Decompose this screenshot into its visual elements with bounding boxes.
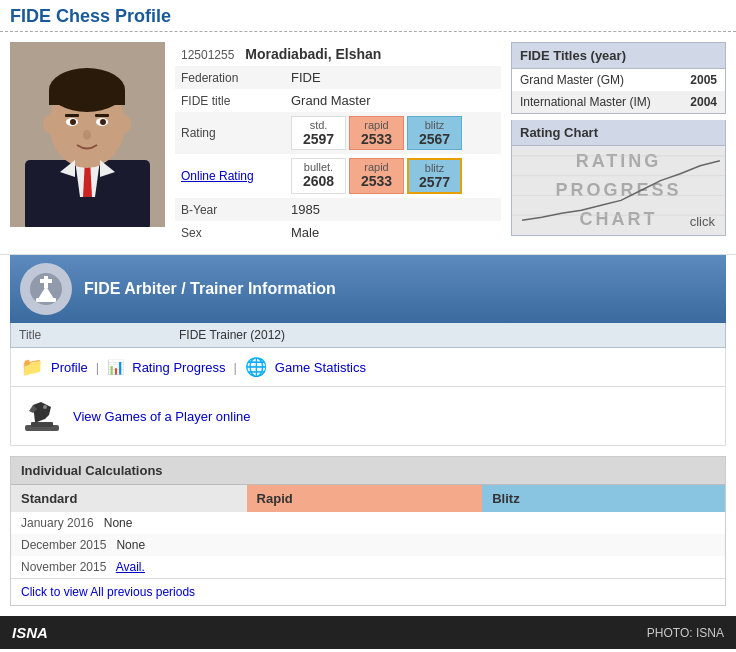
title-row-gm: Grand Master (GM) 2005 (512, 69, 726, 91)
chart-click-label[interactable]: click (690, 214, 715, 229)
chart-area[interactable]: RATINGPROGRESSCHART click (511, 146, 726, 236)
fide-title-value: Grand Master (285, 89, 501, 112)
rating-boxes: std. 2597 rapid 2533 blitz 2567 (291, 116, 495, 150)
calculations-table: Standard Rapid Blitz January 2016 None D… (11, 485, 725, 578)
svg-rect-13 (95, 114, 109, 117)
fide-title-row: FIDE title Grand Master (175, 89, 501, 112)
separator-1: | (96, 360, 99, 375)
std-nov2015-avail-link[interactable]: Avail. (116, 560, 145, 574)
photo-credit: PHOTO: ISNA (647, 626, 724, 640)
arbiter-section: FIDE Arbiter / Trainer Information Title… (10, 255, 726, 446)
rating-label: Rating (175, 112, 285, 154)
calc-jan2016-rapid (247, 512, 483, 534)
calc-jan2016-blitz (482, 512, 725, 534)
view-games-row: View Games of a Player online (10, 387, 726, 446)
calculations-header: Individual Calculations (11, 457, 725, 485)
rating-progress-link[interactable]: Rating Progress (132, 360, 225, 375)
sex-value: Male (285, 221, 501, 244)
arbiter-title-info-row: Title FIDE Trainer (2012) (11, 323, 725, 347)
online-rating-label[interactable]: Online Rating (175, 154, 285, 198)
calc-jan2016-std: January 2016 None (11, 512, 247, 534)
separator-2: | (233, 360, 236, 375)
rating-rapid-value: 2533 (360, 131, 393, 147)
svg-rect-27 (36, 298, 56, 302)
titles-header: FIDE Titles (year) (511, 42, 726, 69)
online-rating-values: bullet. 2608 rapid 2533 blitz 2577 (285, 154, 501, 198)
title-row-im: International Master (IM) 2004 (512, 91, 726, 114)
profile-link[interactable]: Profile (51, 360, 88, 375)
online-bullet-label: bullet. (302, 161, 335, 173)
arbiter-chess-icon (20, 263, 72, 315)
online-bullet-box: bullet. 2608 (291, 158, 346, 194)
profile-left: 12501255 Moradiabadi, Elshan Federation … (10, 42, 501, 244)
view-games-link[interactable]: View Games of a Player online (73, 409, 251, 424)
rating-rapid-box: rapid 2533 (349, 116, 404, 150)
byear-row: B-Year 1985 (175, 198, 501, 221)
chart-header: Rating Chart (511, 120, 726, 146)
footer-brand: ISNA (12, 624, 48, 641)
online-blitz-box: blitz 2577 (407, 158, 462, 194)
arbiter-title-value: FIDE Trainer (2012) (171, 323, 725, 347)
rating-blitz-label: blitz (418, 119, 451, 131)
calculations-section: Individual Calculations Standard Rapid B… (10, 456, 726, 606)
federation-value: FIDE (285, 66, 501, 89)
player-id: 12501255 (181, 48, 234, 62)
svg-point-16 (119, 115, 131, 133)
calc-dec2015-rapid (247, 534, 483, 556)
rating-std-box: std. 2597 (291, 116, 346, 150)
arbiter-header-label: FIDE Arbiter / Trainer Information (84, 280, 336, 298)
std-dec2015-value: None (116, 538, 145, 552)
knight-svg (23, 397, 61, 435)
period-dec2015: December 2015 (21, 538, 106, 552)
title-gm-label: Grand Master (GM) (512, 69, 677, 91)
rating-std-value: 2597 (302, 131, 335, 147)
player-data-table: 12501255 Moradiabadi, Elshan Federation … (175, 42, 501, 244)
col-rapid: Rapid (247, 485, 483, 512)
globe-icon: 🌐 (245, 356, 267, 378)
col-blitz: Blitz (482, 485, 725, 512)
col-standard: Standard (11, 485, 247, 512)
king-icon (28, 271, 64, 307)
rating-row: Rating std. 2597 rapid 2533 (175, 112, 501, 154)
calc-dec2015-std: December 2015 None (11, 534, 247, 556)
title-im-label: International Master (IM) (512, 91, 677, 114)
svg-rect-29 (31, 422, 53, 427)
rating-values: std. 2597 rapid 2533 blitz 2567 (285, 112, 501, 154)
calc-row-nov2015: November 2015 Avail. (11, 556, 725, 578)
byear-label: B-Year (175, 198, 285, 221)
svg-rect-7 (49, 90, 125, 105)
calc-row-dec2015: December 2015 None (11, 534, 725, 556)
online-blitz-label: blitz (419, 162, 450, 174)
online-rating-row: Online Rating bullet. 2608 rapid 2533 (175, 154, 501, 198)
calc-nov2015-rapid (247, 556, 483, 578)
player-name: Moradiabadi, Elshan (245, 46, 381, 62)
online-rapid-value: 2533 (360, 173, 393, 189)
page-title: FIDE Chess Profile (10, 6, 726, 27)
svg-point-31 (43, 405, 47, 409)
sex-label: Sex (175, 221, 285, 244)
arbiter-title-row: Title FIDE Trainer (2012) (10, 323, 726, 348)
chess-knight-icon (21, 395, 63, 437)
player-photo (10, 42, 165, 227)
game-statistics-link[interactable]: Game Statistics (275, 360, 366, 375)
page-header: FIDE Chess Profile (0, 0, 736, 32)
period-jan2016: January 2016 (21, 516, 94, 530)
arbiter-title-label: Title (11, 323, 171, 347)
online-bullet-value: 2608 (302, 173, 335, 189)
online-rapid-label: rapid (360, 161, 393, 173)
svg-point-14 (83, 130, 91, 140)
title-im-year: 2004 (677, 91, 726, 114)
rating-std-label: std. (302, 119, 335, 131)
rating-blitz-value: 2567 (418, 131, 451, 147)
calc-nov2015-std: November 2015 Avail. (11, 556, 247, 578)
online-rating-link[interactable]: Online Rating (181, 169, 254, 183)
std-jan2016-value: None (104, 516, 133, 530)
fide-title-label: FIDE title (175, 89, 285, 112)
online-rating-boxes: bullet. 2608 rapid 2533 blitz 2577 (291, 158, 495, 194)
calc-header-row: Standard Rapid Blitz (11, 485, 725, 512)
all-periods-link[interactable]: Click to view All previous periods (11, 578, 725, 605)
title-gm-year: 2005 (677, 69, 726, 91)
arbiter-info-table: Title FIDE Trainer (2012) (11, 323, 725, 347)
online-blitz-value: 2577 (419, 174, 450, 190)
titles-table: Grand Master (GM) 2005 International Mas… (511, 69, 726, 114)
